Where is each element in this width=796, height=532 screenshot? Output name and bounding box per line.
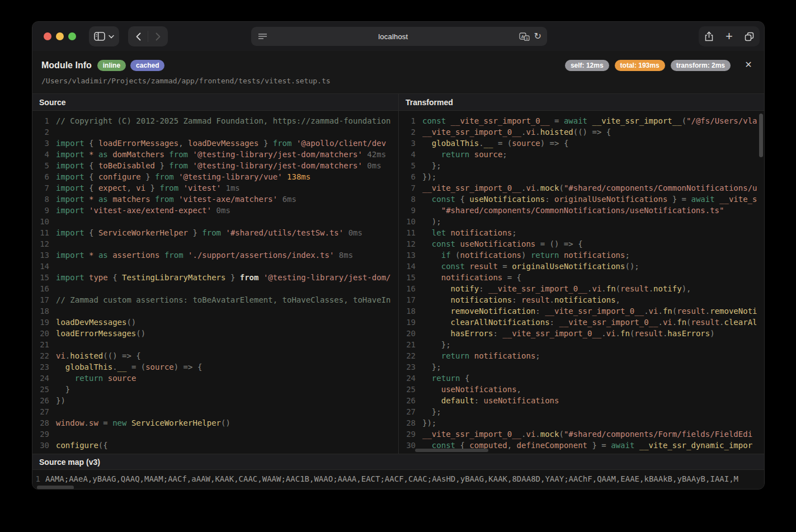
code-line: 22vi.hoisted(() => {: [32, 350, 398, 361]
code-line: 11 let notifications;: [399, 227, 764, 238]
module-info-header: Module Info inlinecached /Users/vladimir…: [32, 51, 764, 94]
code-line: 17 notifications: result.notifications,: [399, 294, 764, 305]
code-line: 20loadErrorMessages(): [32, 328, 398, 339]
transformed-horizontal-scrollbar[interactable]: [415, 449, 488, 452]
code-line: 5import { toBeDisabled } from '@testing-…: [32, 160, 398, 171]
code-line: 17// Zammad custom assertions: toBeAvata…: [32, 294, 398, 305]
code-line: 26}): [32, 395, 398, 406]
code-line: 2: [32, 126, 398, 138]
code-line: 4import * as domMatchers from '@testing-…: [32, 149, 398, 160]
sourcemap-line-number: 1: [32, 473, 40, 484]
code-line: 24 return source: [32, 373, 398, 384]
code-line: 29: [32, 429, 398, 440]
browser-toolbar: localhost A a ↻ +: [32, 22, 764, 51]
code-line: 23 globalThis.__ = (source) => {: [32, 361, 398, 373]
code-line: 12 const useNotifications = () => {: [399, 238, 764, 249]
module-badge-0: inline: [97, 60, 126, 71]
forward-button[interactable]: [148, 32, 167, 41]
code-line: 10: [32, 216, 398, 227]
code-line: 24 return {: [399, 373, 764, 384]
share-button[interactable]: [699, 31, 719, 41]
code-line: 1// Copyright (C) 2012-2025 Zammad Found…: [32, 115, 398, 126]
transformed-panel-title: Transformed: [399, 94, 764, 111]
code-line: 15 notifications = {: [399, 272, 764, 283]
sourcemap-horizontal-scrollbar[interactable]: [37, 486, 74, 489]
code-line: 27: [32, 406, 398, 417]
reader-icon[interactable]: [258, 33, 267, 40]
module-badges: inlinecached: [97, 60, 165, 71]
tabs-overview-button[interactable]: [740, 32, 760, 41]
window-close-button[interactable]: [44, 32, 51, 40]
code-line: 29__vite_ssr_import_0__.vi.mock("#shared…: [399, 429, 764, 440]
sourcemap-mappings: AAMA;AAeA,yBAAG,QAAQ,MAAM;AACf,aAAW,KAAK…: [45, 473, 738, 484]
reload-button[interactable]: ↻: [534, 32, 541, 41]
code-line: 16 notify: __vite_ssr_import_0__.vi.fn(r…: [399, 283, 764, 294]
page-title: Module Info: [41, 60, 92, 70]
address-bar[interactable]: localhost A a ↻: [251, 27, 547, 46]
code-line: 8 const { useNotifications: originalUseN…: [399, 194, 764, 205]
code-line: 18: [32, 305, 398, 317]
code-line: 15import type { TestingLibraryMatchers }…: [32, 272, 398, 283]
code-line: 26 default: useNotifications: [399, 395, 764, 406]
code-line: 13 if (notifications) return notificatio…: [399, 249, 764, 261]
code-line: 7import { expect, vi } from 'vitest' 1ms: [32, 182, 398, 194]
window-zoom-button[interactable]: [68, 32, 76, 40]
sourcemap-line: 1 AAMA;AAeA,yBAAG,QAAQ,MAAM;AACf,aAAW,KA…: [32, 473, 764, 484]
code-line: 9import 'vitest-axe/extend-expect' 0ms: [32, 205, 398, 216]
code-line: 19 clearAllNotifications: __vite_ssr_imp…: [399, 317, 764, 328]
sidebar-toggle-button[interactable]: [89, 26, 119, 46]
transformed-panel: Transformed 1const __vite_ssr_import_0__…: [398, 94, 764, 454]
transformed-code-area[interactable]: 1const __vite_ssr_import_0__ = await __v…: [399, 111, 764, 454]
code-line: 9 "#shared/components/CommonNotification…: [399, 205, 764, 216]
code-line: 25 }: [32, 384, 398, 395]
code-line: 6});: [399, 171, 764, 182]
code-line: 5 };: [399, 160, 764, 171]
source-code-area[interactable]: 1// Copyright (C) 2012-2025 Zammad Found…: [32, 111, 398, 454]
code-line: 3 globalThis.__ = (source) => {: [399, 138, 764, 149]
svg-text:a: a: [526, 36, 528, 40]
translate-icon[interactable]: A a: [519, 32, 530, 41]
code-line: 28});: [399, 417, 764, 429]
code-panels: Source 1// Copyright (C) 2012-2025 Zamma…: [32, 94, 764, 454]
new-tab-button[interactable]: +: [719, 29, 740, 44]
code-line: 22 return notifications;: [399, 350, 764, 361]
transformed-vertical-scrollbar[interactable]: [759, 114, 763, 157]
code-line: 10 );: [399, 216, 764, 227]
timing-badge-2: transform: 2ms: [671, 60, 731, 71]
code-line: 12: [32, 238, 398, 249]
module-path: /Users/vladimir/Projects/zammad/app/fron…: [41, 77, 331, 85]
close-panel-button[interactable]: ✕: [741, 57, 756, 72]
code-line: 27 };: [399, 406, 764, 417]
sourcemap-section: Source map (v3) 1 AAMA;AAeA,yBAAG,QAAQ,M…: [32, 454, 764, 489]
history-nav-group: [128, 26, 168, 46]
code-line: 18 removeNotification: __vite_ssr_import…: [399, 305, 764, 317]
code-line: 21 };: [399, 339, 764, 350]
module-badge-1: cached: [130, 60, 164, 71]
code-line: 7__vite_ssr_import_0__.vi.mock("#shared/…: [399, 182, 764, 194]
toolbar-right-group: +: [699, 26, 760, 46]
window-minimize-button[interactable]: [56, 32, 64, 40]
code-line: 20 hasErrors: __vite_ssr_import_0__.vi.f…: [399, 328, 764, 339]
source-panel: Source 1// Copyright (C) 2012-2025 Zamma…: [32, 94, 398, 454]
browser-window: localhost A a ↻ +: [32, 21, 765, 489]
code-line: 13import * as assertions from './support…: [32, 249, 398, 261]
chevron-down-icon: [109, 35, 114, 39]
source-panel-title: Source: [32, 94, 398, 111]
url-text[interactable]: localhost: [267, 32, 519, 41]
timing-badge-0: self: 12ms: [565, 60, 609, 71]
code-line: 2__vite_ssr_import_0__.vi.hoisted(() => …: [399, 126, 764, 138]
code-line: 16: [32, 283, 398, 294]
code-line: 3import { loadErrorMessages, loadDevMess…: [32, 138, 398, 149]
code-line: 19loadDevMessages(): [32, 317, 398, 328]
svg-text:A: A: [521, 34, 524, 39]
code-line: 14: [32, 261, 398, 272]
back-button[interactable]: [129, 32, 148, 41]
code-line: 8import * as matchers from 'vitest-axe/m…: [32, 194, 398, 205]
code-line: 25 useNotifications,: [399, 384, 764, 395]
code-line: 28window.sw = new ServiceWorkerHelper(): [32, 417, 398, 429]
code-line: 4 return source;: [399, 149, 764, 160]
code-line: 11import { ServiceWorkerHelper } from '#…: [32, 227, 398, 238]
timing-badge-1: total: 193ms: [615, 60, 665, 71]
code-line: 14 const result = originalUseNotificatio…: [399, 261, 764, 272]
sourcemap-title: Source map (v3): [32, 454, 764, 470]
